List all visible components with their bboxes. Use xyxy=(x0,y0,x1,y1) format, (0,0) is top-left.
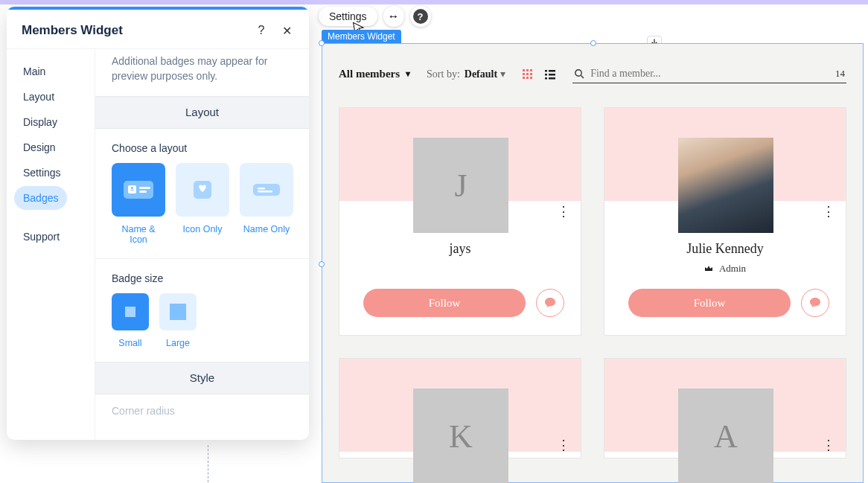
svg-rect-18 xyxy=(545,70,547,72)
svg-line-25 xyxy=(581,76,584,79)
side-support[interactable]: Support xyxy=(14,225,68,249)
corner-radius-label: Corner radius xyxy=(95,394,309,417)
svg-point-24 xyxy=(575,70,581,76)
svg-rect-13 xyxy=(526,73,529,75)
card-menu-icon[interactable]: ⋮ xyxy=(557,203,570,220)
svg-rect-6 xyxy=(253,184,280,196)
sort-dropdown[interactable]: Sort by:Default▾ xyxy=(427,68,505,80)
svg-rect-7 xyxy=(258,188,265,190)
svg-rect-23 xyxy=(549,77,555,80)
svg-rect-10 xyxy=(526,69,529,71)
member-card: A ⋮ xyxy=(604,358,846,458)
resize-handle[interactable] xyxy=(319,40,325,46)
svg-rect-12 xyxy=(523,73,525,75)
svg-rect-15 xyxy=(523,77,525,79)
chat-button[interactable] xyxy=(801,289,829,317)
icon-only-glyph xyxy=(188,175,217,205)
member-card: K ⋮ xyxy=(339,358,581,458)
chevron-down-icon: ▾ xyxy=(406,68,410,80)
layout-name-icon[interactable]: Name & Icon xyxy=(112,163,165,245)
follow-button[interactable]: Follow xyxy=(628,289,791,317)
svg-rect-14 xyxy=(530,73,532,75)
filter-dropdown[interactable]: All members▾ xyxy=(339,68,410,80)
widget-chip[interactable]: Members Widget xyxy=(322,30,401,43)
svg-point-2 xyxy=(131,186,133,188)
question-icon: ? xyxy=(413,9,428,24)
svg-rect-19 xyxy=(549,70,555,72)
member-name[interactable]: Julie Kennedy xyxy=(604,241,846,257)
svg-rect-21 xyxy=(549,74,555,76)
list-view-icon[interactable] xyxy=(543,67,558,82)
member-count: 14 xyxy=(835,68,845,80)
svg-rect-16 xyxy=(526,77,529,79)
resize-icon: ↔ xyxy=(388,10,400,23)
side-badges[interactable]: Badges xyxy=(14,186,67,210)
settings-pill[interactable]: Settings xyxy=(319,7,377,26)
svg-rect-8 xyxy=(258,191,272,193)
search-icon xyxy=(574,68,584,79)
style-section-header: Style xyxy=(95,362,309,394)
card-menu-icon[interactable]: ⋮ xyxy=(557,437,570,453)
choose-layout-label: Choose a layout xyxy=(112,142,293,154)
members-widget-canvas[interactable]: All members▾ Sort by:Default▾ 14 J ⋮ jay… xyxy=(322,43,864,483)
member-card: J ⋮ jays Follow xyxy=(339,107,581,336)
guide-line xyxy=(208,445,208,482)
panel-sidebar: Main Layout Display Design Settings Badg… xyxy=(7,49,95,440)
size-large[interactable]: Large xyxy=(159,293,197,348)
avatar[interactable]: A xyxy=(678,388,773,483)
hint-text: Additional badges may appear for preview… xyxy=(95,49,309,96)
crown-icon xyxy=(704,265,713,272)
follow-button[interactable]: Follow xyxy=(363,289,526,317)
layout-section-header: Layout xyxy=(95,96,309,129)
search-field[interactable]: 14 xyxy=(572,65,846,83)
resize-handle[interactable] xyxy=(590,40,596,46)
resize-pill[interactable]: ↔ xyxy=(383,6,404,27)
name-icon-glyph xyxy=(121,175,156,205)
svg-rect-20 xyxy=(545,74,547,76)
panel-help-icon[interactable]: ? xyxy=(254,24,269,37)
search-input[interactable] xyxy=(590,68,829,80)
svg-rect-22 xyxy=(545,77,547,80)
member-role: Admin xyxy=(604,263,846,275)
help-pill[interactable]: ? xyxy=(410,6,431,27)
card-menu-icon[interactable]: ⋮ xyxy=(822,437,835,453)
name-only-glyph xyxy=(249,175,284,205)
side-display[interactable]: Display xyxy=(14,110,66,134)
svg-rect-4 xyxy=(139,191,147,193)
chat-button[interactable] xyxy=(536,289,564,317)
layout-name-only[interactable]: Name Only xyxy=(240,163,293,245)
panel-close-icon[interactable]: ✕ xyxy=(279,24,294,38)
svg-rect-11 xyxy=(530,69,532,71)
svg-rect-9 xyxy=(523,69,525,71)
resize-handle[interactable] xyxy=(319,261,325,267)
side-settings[interactable]: Settings xyxy=(14,161,70,185)
avatar[interactable] xyxy=(678,138,773,233)
avatar[interactable]: K xyxy=(413,388,508,483)
layout-icon-only[interactable]: Icon Only xyxy=(176,163,229,245)
badge-size-label: Badge size xyxy=(112,272,293,284)
chevron-down-icon: ▾ xyxy=(500,68,505,80)
card-menu-icon[interactable]: ⋮ xyxy=(822,203,835,220)
member-name[interactable]: jays xyxy=(339,241,581,257)
svg-rect-1 xyxy=(128,185,136,193)
member-card: ⋮ Julie Kennedy Admin Follow xyxy=(604,107,846,336)
avatar[interactable]: J xyxy=(413,138,508,233)
panel-title: Members Widget xyxy=(22,23,243,38)
svg-rect-3 xyxy=(139,187,150,189)
size-small[interactable]: Small xyxy=(112,293,149,348)
side-design[interactable]: Design xyxy=(14,135,65,159)
svg-rect-17 xyxy=(530,77,532,79)
settings-panel: Members Widget ? ✕ Main Layout Display D… xyxy=(7,7,309,440)
side-main[interactable]: Main xyxy=(14,60,54,83)
grid-view-icon[interactable] xyxy=(520,67,535,82)
side-layout[interactable]: Layout xyxy=(14,85,63,109)
